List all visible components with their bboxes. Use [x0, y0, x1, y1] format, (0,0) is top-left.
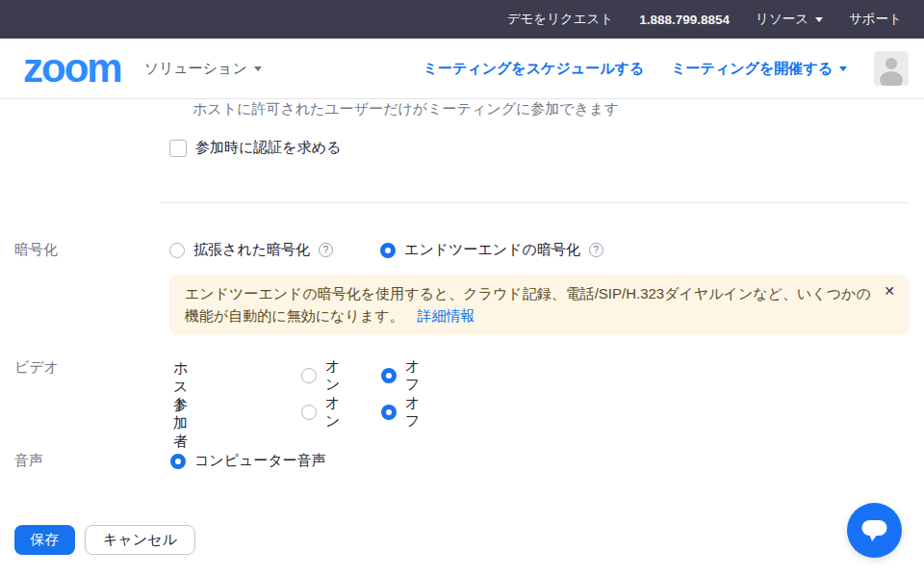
solutions-menu[interactable]: ソリューション [144, 60, 262, 78]
section-divider [161, 202, 910, 203]
video-participant-label: 参加者 [173, 396, 188, 451]
encryption-section-label: 暗号化 [14, 241, 58, 259]
user-icon [874, 51, 909, 86]
question-mark-icon[interactable]: ? [589, 243, 603, 257]
video-participant-on-radio[interactable]: オン [301, 394, 340, 431]
computer-audio-label: コンピューター音声 [194, 452, 326, 470]
cancel-button[interactable]: キャンセル [85, 525, 195, 555]
close-icon[interactable]: ✕ [884, 284, 895, 298]
resources-menu[interactable]: リソース [756, 11, 823, 28]
host-permission-note: ホストに許可されたユーザーだけがミーティングに参加できます [192, 100, 619, 118]
on-label: オン [325, 394, 340, 431]
chevron-down-icon [254, 66, 262, 71]
support-link[interactable]: サポート [849, 11, 902, 28]
off-label: オフ [405, 394, 420, 431]
phone-number[interactable]: 1.888.799.8854 [639, 13, 730, 27]
require-auth-label: 参加時に認証を求める [195, 139, 341, 157]
video-section-label: ビデオ [14, 358, 59, 377]
host-meeting-menu[interactable]: ミーティングを開催する [671, 60, 847, 78]
chat-fab-button[interactable] [847, 503, 902, 558]
chevron-down-icon [815, 17, 823, 22]
warning-text: エンドツーエンドの暗号化を使用すると、クラウド記録、電話/SIP/H.323ダイ… [185, 285, 871, 324]
radio-unselected-icon[interactable] [301, 368, 317, 383]
e2e-encryption-radio[interactable]: エンドツーエンドの暗号化 ? [380, 241, 603, 259]
chat-bubble-icon [861, 519, 887, 542]
learn-more-link[interactable]: 詳細情報 [417, 307, 475, 324]
e2e-encryption-label: エンドツーエンドの暗号化 [404, 241, 580, 259]
off-label: オフ [405, 357, 420, 394]
question-mark-icon[interactable]: ? [319, 243, 333, 257]
radio-selected-icon[interactable] [381, 368, 397, 383]
profile-avatar[interactable] [874, 51, 909, 86]
solutions-label: ソリューション [144, 60, 247, 78]
chevron-down-icon [839, 66, 847, 71]
top-utility-bar: デモをリクエスト 1.888.799.8854 リソース サポート [0, 0, 924, 39]
video-participant-off-radio[interactable]: オフ [381, 394, 420, 431]
header-right-nav: ミーティングをスケジュールする ミーティングを開催する [424, 51, 909, 86]
zoom-logo[interactable]: zoom [23, 48, 121, 89]
enhanced-encryption-label: 拡張された暗号化 [193, 241, 310, 259]
schedule-meeting-link[interactable]: ミーティングをスケジュールする [424, 60, 645, 78]
computer-audio-radio[interactable]: コンピューター音声 [170, 452, 326, 470]
radio-selected-icon[interactable] [381, 405, 397, 420]
radio-unselected-icon[interactable] [169, 243, 185, 258]
audio-section-label: 音声 [14, 452, 43, 470]
radio-selected-icon[interactable] [170, 454, 186, 469]
zoom-meeting-settings-page: デモをリクエスト 1.888.799.8854 リソース サポート zoom ソ… [0, 0, 924, 578]
encryption-options: 拡張された暗号化 ? エンドツーエンドの暗号化 ? [169, 241, 603, 259]
radio-selected-icon[interactable] [380, 243, 396, 258]
on-label: オン [325, 357, 340, 394]
require-auth-checkbox-row[interactable]: 参加時に認証を求める [169, 139, 341, 157]
enhanced-encryption-radio[interactable]: 拡張された暗号化 ? [169, 241, 333, 259]
resources-label: リソース [756, 11, 808, 28]
video-host-on-radio[interactable]: オン [301, 357, 340, 394]
host-meeting-label: ミーティングを開催する [671, 60, 833, 78]
e2e-warning-banner: エンドツーエンドの暗号化を使用すると、クラウド記録、電話/SIP/H.323ダイ… [169, 275, 910, 335]
save-button[interactable]: 保存 [14, 525, 75, 555]
video-host-off-radio[interactable]: オフ [381, 357, 420, 394]
radio-unselected-icon[interactable] [301, 405, 317, 420]
request-demo-link[interactable]: デモをリクエスト [507, 11, 614, 28]
main-header: zoom ソリューション ミーティングをスケジュールする ミーティングを開催する [0, 39, 924, 99]
checkbox-unchecked-icon[interactable] [169, 140, 187, 157]
